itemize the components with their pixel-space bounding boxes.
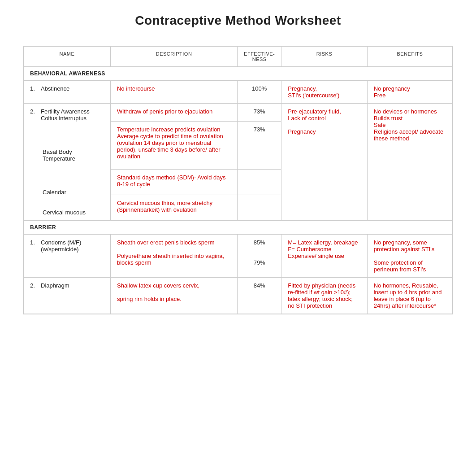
desc-cervical: Cervical mucous thins, more stretchy (Sp… [110,195,237,221]
desc-diaphragm: Shallow latex cup covers cervix,spring r… [110,278,237,314]
eff-abstinence: 100% [238,81,281,104]
header-name: NAME [24,47,111,67]
section-barrier-title: BARRIER [24,221,453,235]
name-fertility: 2. Fertility AwarenessCoitus interruptus… [24,104,111,221]
desc-condoms: Sheath over erect penis blocks sperm Pol… [110,235,237,278]
header-benefits: BENEFITS [367,47,452,67]
table-header-row: NAME DESCRIPTION EFFECTIVE-NESS RISKS BE… [24,47,453,67]
eff-coitus: 73% [238,104,281,122]
table-row: 1. Abstinence No intercourse 100% Pregna… [24,81,453,104]
section-behavioral-title: BEHAVIORAL AWARENESS [24,67,453,81]
benefits-condoms: No pregnancy, some protection against ST… [367,235,452,278]
section-barrier: BARRIER [24,221,453,235]
eff-diaphragm: 84% [238,278,281,314]
risks-diaphragm: Fitted by physician (needs re-fitted if … [281,278,367,314]
risks-coitus: Pre-ejaculatory fluid,Lack of control Pr… [281,104,367,221]
header-description: DESCRIPTION [110,47,237,67]
contraceptive-table: NAME DESCRIPTION EFFECTIVE-NESS RISKS BE… [23,46,453,314]
eff-bbt: 73% [238,122,281,170]
risks-abstinence: Pregnancy,STI's ('outercourse') [281,81,367,104]
table-row: 2. Fertility AwarenessCoitus interruptus… [24,104,453,122]
table-row: 1. Condoms (M/F)(w/spermicide) Sheath ov… [24,235,453,278]
risks-condoms: M= Latex allergy, breakageF= CumbersomeE… [281,235,367,278]
header-risks: RISKS [281,47,367,67]
section-behavioral: BEHAVIORAL AWARENESS [24,67,453,81]
desc-abstinence: No intercourse [110,81,237,104]
header-effectiveness: EFFECTIVE-NESS [238,47,281,67]
eff-calendar [238,170,281,195]
benefits-diaphragm: No hormones, Reusable, insert up to 4 hr… [367,278,452,314]
benefits-behavioral: No devices or hormonesBuilds trustSafeRe… [367,104,452,221]
name-abstinence: 1. Abstinence [24,81,111,104]
page-title: Contraceptive Method Worksheet [0,0,476,46]
desc-bbt: Temperature increase predicts ovulationA… [110,122,237,170]
benefits-abstinence: No pregnancyFree [367,81,452,104]
main-table-wrapper: NAME DESCRIPTION EFFECTIVE-NESS RISKS BE… [23,46,453,314]
desc-calendar: Standard days method (SDM)- Avoid days 8… [110,170,237,195]
eff-cervical [238,195,281,221]
name-diaphragm: 2. Diaphragm [24,278,111,314]
name-condoms: 1. Condoms (M/F)(w/spermicide) [24,235,111,278]
table-row: 2. Diaphragm Shallow latex cup covers ce… [24,278,453,314]
eff-condoms: 85%79% [238,235,281,278]
desc-coitus: Withdraw of penis prior to ejaculation [110,104,237,122]
